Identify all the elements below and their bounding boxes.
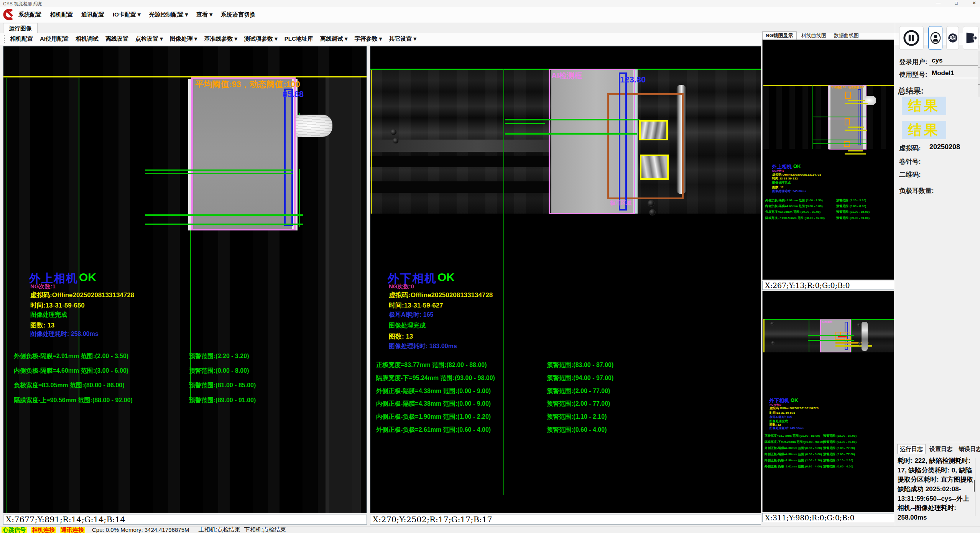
comm-connect-badge: 通讯连接 xyxy=(60,527,85,533)
exit-button[interactable] xyxy=(963,26,978,50)
mini-defect-box xyxy=(845,92,851,99)
log-scrollbar[interactable] xyxy=(975,458,975,516)
tab-line-curve[interactable]: 料线曲线图 xyxy=(798,32,829,39)
tool-char-params[interactable]: 字符参数 ▾ xyxy=(355,35,382,43)
menu-language-switch[interactable]: 系统语言切换 xyxy=(221,11,255,18)
bolt-feature xyxy=(393,138,399,144)
ai-time-label: 极耳AI耗时: 165 xyxy=(389,311,433,319)
ng-thumbnail-bottom[interactable]: AI检测框 外下相机 OK NG次数:0 虚拟码:Offline20250208… xyxy=(762,291,894,512)
mini-bolt xyxy=(771,341,775,345)
app-logo-icon xyxy=(2,8,17,22)
measure-warn: 预警范围:(0.60 - 4.00) xyxy=(547,426,607,434)
mini-measure: 内侧正极-负极=1.90mm 范围:(1.00 - 2.20) xyxy=(765,458,822,462)
mini-measure: 外侧正极-负极=2.61mm 范围:(0.60 - 4.00) xyxy=(765,464,822,469)
measure-warn: 预警范围:(81.00 - 85.00) xyxy=(189,382,256,390)
tool-ai-use-config[interactable]: AI使用配置 xyxy=(40,35,69,43)
menu-system-config[interactable]: 系统配置 xyxy=(18,11,41,18)
tab-setting-log[interactable]: 设置日志 xyxy=(927,444,955,454)
menu-comm-config[interactable]: 通讯配置 xyxy=(81,11,104,18)
close-button[interactable]: ✕ xyxy=(968,0,980,6)
menu-bar: 系统配置 相机配置 通讯配置 IO卡配置 ▾ 光源控制配置 ▾ 查看 ▾ 系统语… xyxy=(0,7,980,23)
width-value-label: 85.88 xyxy=(283,89,304,99)
user-group-button[interactable] xyxy=(946,26,959,50)
tool-other-settings[interactable]: 其它设置 ▾ xyxy=(389,35,416,43)
tool-baseline-params[interactable]: 基准线参数 ▾ xyxy=(204,35,237,43)
tool-camera-config[interactable]: 相机配置 xyxy=(10,35,33,43)
process-done-label: 图像处理完成 xyxy=(389,322,426,330)
tab-error-log[interactable]: 错误日志 xyxy=(956,444,980,454)
tab-data-curve[interactable]: 数据曲线图 xyxy=(831,32,862,39)
camera-ok-label: OK xyxy=(79,271,96,284)
ng-count-label: NG次数:0 xyxy=(389,283,414,290)
model-value[interactable]: Model1 xyxy=(932,69,954,77)
mini-annotation xyxy=(848,100,865,101)
menu-io-card-config[interactable]: IO卡配置 ▾ xyxy=(113,11,141,18)
exit-door-icon xyxy=(964,30,978,46)
model-label: 使用型号: xyxy=(899,70,927,79)
mini-green-hline xyxy=(813,140,867,140)
ng-coord-readout-2: X:311;Y:980;R:0;G:0;B:0 xyxy=(762,513,894,522)
mini-time-label: 时间:13-31-59-578 xyxy=(770,411,795,415)
tab-ng-screenshot[interactable]: NG截图显示 xyxy=(762,31,797,39)
measure-row: 负极宽度=83.05mm 范围:(80.00 - 86.00) xyxy=(14,382,125,390)
maximize-button[interactable]: □ xyxy=(951,0,962,6)
qr-code-label: 二维码: xyxy=(899,170,921,179)
elapsed-label: 图像处理耗时: 258.00ms xyxy=(30,330,99,338)
menu-view[interactable]: 查看 ▾ xyxy=(196,11,212,18)
tool-offline-debug[interactable]: 离线调试 ▾ xyxy=(320,35,348,43)
login-user-value[interactable]: cys xyxy=(932,57,942,64)
frame-count-label: 图数: 13 xyxy=(30,321,54,330)
machine-dark-gap2 xyxy=(370,181,549,193)
user-icon xyxy=(930,29,941,47)
measure-row: 内侧负极-隔膜=4.60mm 范围:(3.00 - 6.00) xyxy=(14,367,128,375)
results-divider xyxy=(895,23,895,533)
top-camera-status: 上相机:点检结束 xyxy=(198,526,240,533)
tool-offline-setting[interactable]: 离线设置 xyxy=(105,35,128,43)
tool-spot-check[interactable]: 点检设置 ▾ xyxy=(135,35,163,43)
result-box-bottom: 结果 xyxy=(902,121,946,139)
mini-bolt xyxy=(858,342,862,345)
tool-camera-debug[interactable]: 相机调试 xyxy=(76,35,99,43)
result-box-top: 结果 xyxy=(902,97,946,115)
mini-annotation xyxy=(845,130,867,131)
toolbar-grip[interactable] xyxy=(4,35,6,43)
time-label: 时间:13-31-59-650 xyxy=(30,301,85,310)
log-content[interactable]: 耗时: 222, 缺陷检测耗时: 17, 缺陷分类耗时: 0, 缺陷提取分区耗时… xyxy=(898,456,973,521)
camera-ok-label: OK xyxy=(437,271,455,284)
measure-warn: 预警范围:(2.00 - 77.00) xyxy=(547,387,610,395)
tab-area-label: 极耳区域 xyxy=(610,200,631,207)
left-coord-readout: X:7677;Y:891;R:14;G:14;B:14 xyxy=(3,515,367,525)
tab-metal-texture xyxy=(296,115,332,137)
width-measure-rect xyxy=(284,89,293,226)
measure-warn: 预警范围:(1.10 - 2.10) xyxy=(547,413,607,421)
mini-measure: 外侧正极-隔膜=4.38mm 范围:(0.00 - 9.00) xyxy=(765,446,822,450)
mini-measure: 隔膜宽度-下=95.24mm 范围:(93.00 - 98.00) xyxy=(765,440,824,444)
left-camera-viewport[interactable]: 平均阈值:93，动态阈值:100 85.88 外上相机 OK NG次数:1 虚拟… xyxy=(3,46,367,513)
tab-run-log[interactable]: 运行日志 xyxy=(897,444,926,454)
pause-button[interactable] xyxy=(899,26,924,50)
mini-measure: 预警范围:(89.00 - 91.00) xyxy=(836,216,870,220)
mini-measure: 正极宽度=83.77mm 范围:(82.00 - 88.00) xyxy=(765,434,820,438)
menu-camera-config[interactable]: 相机配置 xyxy=(50,11,73,18)
tool-test-item-params[interactable]: 测试项参数 ▾ xyxy=(244,35,278,43)
mini-time-label: 时间:13-31-59-132 xyxy=(772,176,798,181)
virtual-code-field-value: 20250208 xyxy=(929,143,960,151)
minimize-button[interactable]: — xyxy=(932,0,944,5)
mini-annotation xyxy=(845,103,868,104)
mini-measure: 预警范围:(0.00 - 8.00) xyxy=(836,204,866,208)
camera-connect-badge: 相机连接 xyxy=(31,527,56,533)
menu-light-control-config[interactable]: 光源控制配置 ▾ xyxy=(149,11,188,18)
measure-row: 外侧正极-隔膜=4.38mm 范围:(0.00 - 9.00) xyxy=(376,387,491,395)
measure-warn: 预警范围:(0.00 - 8.00) xyxy=(189,367,249,375)
measure-warn: 预警范围:(2.20 - 3.20) xyxy=(189,352,249,360)
ng-thumbnail-top[interactable]: 平均阈值:93，动态阈值:100 外上相机 OK NG次数:1 虚拟码:Offl… xyxy=(762,39,894,280)
ng-coord-readout-1: X:267;Y:13;R:0;G:0;B:0 xyxy=(762,281,894,290)
login-user-label: 登录用户: xyxy=(899,58,927,66)
tool-image-process[interactable]: 图像处理 ▾ xyxy=(170,35,197,43)
login-user-button[interactable] xyxy=(928,26,942,50)
tab-run-image[interactable]: 运行图像 xyxy=(3,23,38,33)
mini-ai-label: AI检测框 xyxy=(822,320,845,324)
bottom-camera-viewport[interactable]: AI检测框 123.80 极耳区域 外下相机 OK NG次数:0 虚拟码:Off… xyxy=(370,46,761,513)
tool-plc-address[interactable]: PLC地址库 xyxy=(284,35,313,43)
edge-strip xyxy=(978,51,980,97)
